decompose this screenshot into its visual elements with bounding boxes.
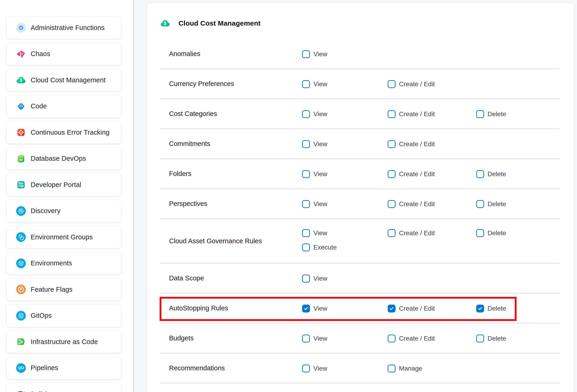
environments-icon xyxy=(16,258,26,268)
svg-text:$: $ xyxy=(164,21,166,26)
checkbox-cloud-asset-governance-rules-delete[interactable] xyxy=(476,229,484,237)
sidebar-item-environments[interactable]: Environments xyxy=(7,252,121,274)
resource-label: Recommendations xyxy=(169,354,225,383)
sidebar-item-label: Administrative Functions xyxy=(31,24,105,32)
gitops-icon xyxy=(16,311,26,321)
sidebar-item-discovery[interactable]: Discovery xyxy=(7,200,121,222)
permission-option: View xyxy=(302,140,327,148)
permission-label: View xyxy=(313,200,327,208)
permission-option: View xyxy=(302,335,327,342)
permission-row-cloud-asset-governance-rules: Cloud Asset Governance RulesViewCreate /… xyxy=(160,219,560,264)
sidebar-item-cloud-cost-management[interactable]: $Cloud Cost Management xyxy=(7,69,121,91)
permission-option: Create / Edit xyxy=(388,305,435,313)
permission-option: View xyxy=(302,275,327,283)
sidebar-item-label: Continuous Error Tracking xyxy=(31,129,109,136)
checkbox-cloud-asset-governance-rules-view[interactable] xyxy=(302,229,310,237)
permissions-table: AnomaliesViewCurrency PreferencesViewCre… xyxy=(160,39,560,384)
sidebar-item-administrative-functions[interactable]: ⚙Administrative Functions xyxy=(7,17,121,39)
sidebar-item-infrastructure-as-code[interactable]: Infrastructure as Code xyxy=(7,331,121,353)
sidebar-item-pipelines[interactable]: Pipelines xyxy=(7,357,121,379)
chaos-icon xyxy=(16,49,26,59)
checkbox-autostopping-rules-delete[interactable] xyxy=(476,305,484,313)
checkbox-cloud-asset-governance-rules-execute[interactable] xyxy=(302,244,310,251)
sidebar-item-label: Environments xyxy=(31,259,72,267)
checkbox-budgets-view[interactable] xyxy=(302,335,310,342)
checkbox-folders-delete[interactable] xyxy=(476,170,484,178)
sidebar-item-label: Infrastructure as Code xyxy=(31,338,98,346)
resource-label: AutoStopping Rules xyxy=(169,293,228,323)
checkbox-cost-categories-view[interactable] xyxy=(302,110,310,118)
checkbox-budgets-create-edit[interactable] xyxy=(388,335,396,342)
resource-label: Commitments xyxy=(169,129,210,158)
checkbox-perspectives-view[interactable] xyxy=(302,200,310,208)
permission-label: View xyxy=(313,110,327,118)
permission-label: Delete xyxy=(488,229,506,237)
permission-option: View xyxy=(302,50,327,58)
permission-row-perspectives: PerspectivesViewCreate / EditDelete xyxy=(160,189,560,219)
permission-option: View xyxy=(302,80,327,88)
permission-label: View xyxy=(313,141,327,148)
checkbox-currency-preferences-create-edit[interactable] xyxy=(388,80,396,88)
checkbox-autostopping-rules-create-edit[interactable] xyxy=(388,305,396,313)
sidebar-item-label: Policies xyxy=(31,390,54,392)
checkbox-currency-preferences-view[interactable] xyxy=(302,80,310,88)
checkbox-data-scope-view[interactable] xyxy=(302,275,310,283)
checkbox-perspectives-create-edit[interactable] xyxy=(388,200,396,208)
checkbox-commitments-view[interactable] xyxy=(302,140,310,148)
permission-label: Manage xyxy=(399,365,422,372)
permission-option: Create / Edit xyxy=(388,170,435,178)
permission-label: View xyxy=(313,50,327,58)
checkbox-cost-categories-delete[interactable] xyxy=(476,110,484,118)
error-tracking-icon xyxy=(16,128,26,137)
permission-row-commitments: CommitmentsViewCreate / Edit xyxy=(160,129,560,159)
permission-option: Execute xyxy=(302,244,337,251)
sidebar-item-policies[interactable]: Policies xyxy=(7,383,121,392)
sidebar-item-chaos[interactable]: Chaos xyxy=(7,43,121,65)
checkbox-recommendations-manage[interactable] xyxy=(388,364,396,372)
sidebar-item-developer-portal[interactable]: Developer Portal xyxy=(7,174,121,196)
permission-option: Create / Edit xyxy=(388,335,435,342)
svg-text:∞: ∞ xyxy=(19,157,23,162)
sidebar-item-label: GitOps xyxy=(31,312,52,319)
permission-option: Create / Edit xyxy=(388,140,435,148)
sidebar-item-database-devops[interactable]: ∞Database DevOps xyxy=(7,147,121,170)
checkbox-anomalies-view[interactable] xyxy=(302,50,310,58)
sidebar-item-continuous-error-tracking[interactable]: Continuous Error Tracking xyxy=(7,121,121,143)
checkbox-folders-create-edit[interactable] xyxy=(388,170,396,178)
permission-option: View xyxy=(302,229,327,237)
checkbox-perspectives-delete[interactable] xyxy=(476,200,484,208)
sidebar-item-code[interactable]: </>Code xyxy=(7,95,121,117)
checkbox-cost-categories-create-edit[interactable] xyxy=(388,110,396,118)
permission-option: Manage xyxy=(388,364,422,372)
cloud-cost-icon: $ xyxy=(160,18,170,28)
discovery-icon xyxy=(16,206,26,216)
permission-label: Create / Edit xyxy=(399,305,435,312)
checkbox-autostopping-rules-view[interactable] xyxy=(302,305,310,313)
permission-row-recommendations: RecommendationsViewManage xyxy=(160,354,560,384)
gear-icon: ⚙ xyxy=(16,23,26,33)
checkbox-cloud-asset-governance-rules-create-edit[interactable] xyxy=(388,229,396,237)
permission-label: View xyxy=(313,305,327,312)
resource-label: Cost Categories xyxy=(169,99,217,128)
checkbox-commitments-create-edit[interactable] xyxy=(388,140,396,148)
sidebar-item-environment-groups[interactable]: Environment Groups xyxy=(7,226,121,248)
permission-label: View xyxy=(313,80,327,88)
sidebar-item-gitops[interactable]: GitOps xyxy=(7,305,121,327)
checkbox-budgets-delete[interactable] xyxy=(476,335,484,342)
resource-label: Folders xyxy=(169,159,191,188)
permission-option: View xyxy=(302,200,327,208)
permission-label: View xyxy=(313,365,327,372)
checkbox-recommendations-view[interactable] xyxy=(302,364,310,372)
checkbox-folders-view[interactable] xyxy=(302,170,310,178)
permission-row-cost-categories: Cost CategoriesViewCreate / EditDelete xyxy=(160,99,560,129)
permission-label: Create / Edit xyxy=(399,110,435,118)
permission-label: Delete xyxy=(488,335,506,342)
sidebar-item-feature-flags[interactable]: Feature Flags xyxy=(7,278,121,300)
permission-row-budgets: BudgetsViewCreate / EditDelete xyxy=(160,323,560,354)
sidebar-item-label: Chaos xyxy=(31,50,50,58)
sidebar-item-label: Environment Groups xyxy=(31,233,93,241)
infrastructure-as-code-icon xyxy=(16,337,26,347)
main-content-area: $ Cloud Cost Management AnomaliesViewCur… xyxy=(134,0,577,392)
permission-label: Delete xyxy=(488,110,506,118)
policies-icon xyxy=(16,389,26,392)
